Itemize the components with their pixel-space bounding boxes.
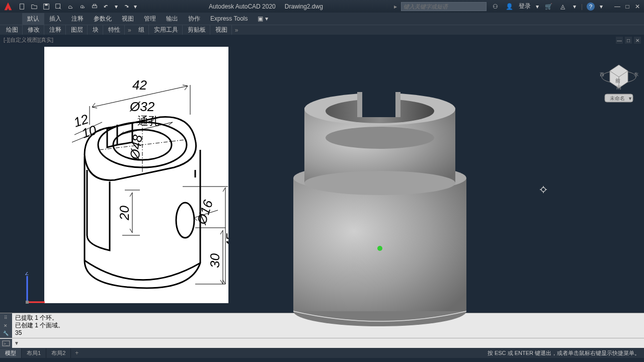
svg-rect-2 (45, 4, 47, 6)
svg-text:Z: Z (25, 272, 29, 276)
new-icon[interactable] (17, 2, 27, 12)
viewcube[interactable]: 前 西 东 南 未命名 ▼ (599, 60, 639, 105)
svg-text:前: 前 (615, 78, 620, 83)
menu-collab[interactable]: 协作 (183, 13, 205, 25)
panel-layer[interactable]: 图层 (67, 25, 88, 35)
undo-icon[interactable] (102, 2, 112, 12)
dim-dia48: Ø48 (127, 133, 145, 160)
svg-rect-17 (357, 92, 400, 117)
redo-icon[interactable] (121, 2, 131, 12)
chevron-down-icon[interactable]: ▾ (572, 2, 577, 12)
panel-block[interactable]: 块 (89, 25, 103, 35)
model-3d (282, 65, 473, 326)
status-hint: 按 ESC 或 ENTER 键退出，或者单击鼠标右键显示快捷菜单。 (488, 349, 644, 357)
viewcube-south: 南 (616, 84, 621, 90)
dim-30: 30 (207, 253, 222, 268)
app-switcher-icon[interactable]: ◬ (558, 2, 568, 12)
ucs-icon: Z (22, 272, 47, 309)
panel-draw[interactable]: 绘图 (2, 25, 23, 35)
cart-icon[interactable]: 🛒 (544, 2, 554, 12)
dim-dia16: Ø16 (194, 198, 216, 226)
viewcube-unnamed: 未命名 (610, 96, 625, 101)
share-icon[interactable]: ⚇ (491, 2, 501, 12)
app-logo[interactable] (2, 1, 14, 13)
menu-view[interactable]: 视图 (117, 13, 139, 25)
panel-utils[interactable]: 实用工具 (150, 25, 183, 35)
viewport-label[interactable]: [-][自定义视图][真实] (2, 36, 55, 44)
panel-group[interactable]: 组 (134, 25, 149, 35)
menu-express[interactable]: Express Tools (205, 14, 253, 24)
panel-annotate[interactable]: 注释 (45, 25, 66, 35)
dim-42: 42 (132, 77, 147, 93)
command-input[interactable] (19, 340, 644, 347)
tab-layout1[interactable]: 布局1 (22, 348, 46, 358)
close-button[interactable]: ✕ (633, 2, 642, 11)
cloud-open-icon[interactable] (65, 2, 75, 12)
cmd-close-icon[interactable]: ✕ (1, 322, 10, 329)
menu-annotate[interactable]: 注释 (66, 13, 89, 25)
doc-title: Drawing2.dwg (285, 3, 323, 10)
chevron-down-icon[interactable]: ▾ (133, 2, 138, 12)
svg-rect-18 (357, 92, 362, 117)
vp-minimize-button[interactable]: — (616, 37, 623, 44)
menu-output[interactable]: 输出 (161, 13, 183, 25)
cmd-dropdown-icon[interactable]: ▼ (14, 340, 19, 346)
menu-manage[interactable]: 管理 (139, 13, 161, 25)
cmd-prompt-icon[interactable]: >_ (0, 339, 12, 348)
minimize-button[interactable]: — (613, 2, 622, 11)
orbit-cursor-icon (539, 186, 547, 194)
svg-text:>_: >_ (4, 341, 9, 346)
dim-45: 45 (223, 233, 228, 248)
reference-drawing: 42 Ø32 通孔 12 10 Ø48 20 Ø16 30 45 (44, 47, 228, 303)
divider: | (581, 3, 583, 10)
svg-point-20 (377, 246, 382, 251)
login-label[interactable]: 登录 (519, 2, 531, 11)
svg-point-16 (326, 127, 434, 149)
tab-layout2[interactable]: 布局2 (46, 348, 71, 358)
drawing-viewport[interactable]: [-][自定义视图][真实] — □ ✕ (0, 35, 644, 313)
dim-20: 20 (117, 206, 132, 221)
panel-view-expand-icon[interactable]: » (233, 26, 240, 35)
maximize-button[interactable]: □ (623, 2, 632, 11)
svg-rect-5 (93, 4, 96, 6)
open-icon[interactable] (29, 2, 39, 12)
panel-clipboard[interactable]: 剪贴板 (184, 25, 210, 35)
vp-close-button[interactable]: ✕ (634, 37, 641, 44)
svg-rect-27 (26, 301, 29, 304)
tab-add-button[interactable]: + (71, 348, 83, 357)
svg-rect-0 (20, 4, 24, 9)
panel-props-expand-icon[interactable]: » (126, 26, 133, 35)
menu-featured-icon[interactable]: ▣ ▾ (253, 14, 273, 24)
saveas-icon[interactable] (53, 2, 63, 12)
svg-rect-19 (395, 92, 400, 117)
help-icon[interactable]: ? (587, 3, 595, 11)
panel-props[interactable]: 特性 (104, 25, 125, 35)
panel-modify[interactable]: 修改 (24, 25, 44, 35)
menu-insert[interactable]: 插入 (44, 13, 66, 25)
dim-thru: 通孔 (137, 115, 159, 127)
menu-default[interactable]: 默认 (22, 13, 44, 25)
vp-maximize-button[interactable]: □ (625, 37, 632, 44)
cloud-save-icon[interactable] (77, 2, 88, 12)
svg-point-21 (541, 188, 545, 192)
dim-dia32: Ø32 (129, 99, 155, 114)
svg-rect-10 (293, 178, 466, 311)
save-icon[interactable] (41, 2, 51, 12)
print-icon[interactable] (90, 2, 100, 12)
viewcube-dropdown-icon[interactable]: ▼ (628, 96, 632, 101)
user-icon[interactable]: 👤 (505, 2, 515, 12)
cmd-config-icon[interactable]: 🔧 (1, 330, 10, 337)
cmd-handle-icon[interactable]: ⠿ (1, 314, 10, 321)
svg-rect-4 (93, 6, 97, 8)
tab-model[interactable]: 模型 (0, 348, 22, 358)
panel-view[interactable]: 视图 (211, 25, 232, 35)
chevron-down-icon[interactable]: ▾ (599, 2, 604, 12)
search-play-icon[interactable]: ▸ (394, 3, 397, 10)
app-title: Autodesk AutoCAD 2020 (209, 3, 276, 10)
chevron-down-icon[interactable]: ▾ (535, 2, 540, 12)
menu-parametric[interactable]: 参数化 (89, 13, 117, 25)
viewcube-east: 东 (634, 72, 638, 77)
viewcube-west: 西 (600, 72, 604, 77)
search-input[interactable] (401, 2, 487, 11)
chevron-down-icon[interactable]: ▾ (114, 2, 119, 12)
